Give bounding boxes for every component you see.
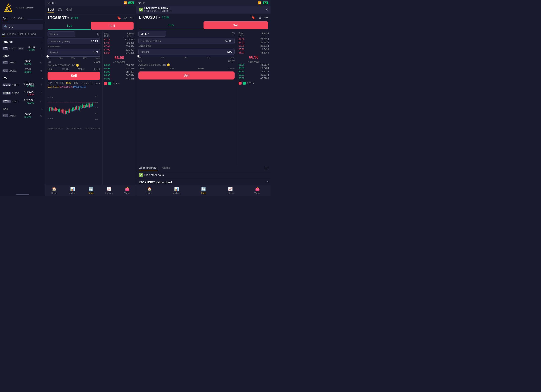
right-nav-markets[interactable]: 📊 Markets (173, 187, 180, 194)
right-nav-home[interactable]: 🏠 Home (147, 187, 152, 194)
right-nav-futures[interactable]: 📈 Futures (227, 187, 234, 194)
mid-ma10: MA(10):66.76 (60, 86, 73, 88)
right-bookmark-icon[interactable]: 🔖 (251, 16, 255, 20)
mid-slider-thumb[interactable] (47, 55, 49, 57)
mid-pair-arrow[interactable]: ▾ (68, 16, 69, 20)
pair-item-ltc-usdt[interactable]: LTC /USDT 66.98 +0.74% ☆ (0, 58, 45, 67)
spot-section-header[interactable]: Spot › (0, 52, 45, 58)
mid-chart-tab-15m[interactable]: 15m (66, 82, 71, 84)
mid-nav-home[interactable]: 🏠 Home (51, 187, 57, 194)
mid-sell-tab-button[interactable]: Sell (91, 22, 134, 30)
mid-chart-tab-line[interactable]: Line (47, 82, 52, 84)
right-info-icon[interactable]: ⓘ (232, 32, 234, 36)
pair-item-ltcusdt-perp[interactable]: LTC USDT Perp 66.96 +0.55% ☆ (0, 44, 45, 52)
mid-1h-tab[interactable]: 1h (82, 82, 85, 85)
ltc3s-change: -3.12% (23, 94, 34, 96)
perp-star[interactable]: ☆ (40, 47, 43, 50)
right-hide-pairs-check[interactable]: ✅ (139, 173, 143, 177)
right-k-line-toggle[interactable]: ^ (266, 181, 268, 184)
ltc5l-star[interactable]: ☆ (40, 100, 43, 103)
mid-nav-trade[interactable]: 🔄 Trade (88, 187, 94, 194)
mid-nav-futures[interactable]: 📈 Futures (105, 187, 113, 194)
spot-usdc-change: +0.78% (24, 71, 31, 73)
mid-chart-tab-30m[interactable]: 30m (73, 82, 78, 84)
mid-nav-markets[interactable]: 📊 Markets (69, 187, 77, 194)
mid-order-type-select[interactable]: Limit ▾ (47, 31, 75, 37)
right-maker-value: 0.10% (228, 67, 234, 70)
mid-tab-lts[interactable]: LTs (58, 6, 62, 13)
right-pair-name[interactable]: LTC/USDT (139, 15, 157, 20)
mid-sell-confirm-button[interactable]: Sell (47, 72, 100, 80)
mid-limit-order-field[interactable]: Limit Order (USDT) 66.95 (47, 38, 100, 44)
mid-buy-button[interactable]: Buy (48, 22, 91, 30)
filter-lts[interactable]: LTs (25, 32, 29, 36)
filter-all[interactable]: All (2, 32, 5, 36)
mid-chart-tab-1m[interactable]: 1m (55, 82, 58, 84)
right-open-orders-tab[interactable]: Open orders(0) (139, 166, 157, 171)
mid-more-tab[interactable]: ▾ (99, 82, 100, 85)
nav-tab-spot[interactable]: Spot (3, 16, 8, 21)
mid-chart-tab-5m[interactable]: 5m (60, 82, 64, 84)
logo-icon: K (3, 2, 14, 14)
spot-usdt-star[interactable]: ☆ (40, 61, 43, 64)
mid-more-icon[interactable]: ••• (130, 16, 134, 20)
pair-item-ltc3s[interactable]: LTC3S /USDT 2.869729 -3.12% ☆ (0, 89, 45, 97)
search-bar[interactable]: 🔍 (2, 24, 43, 30)
right-slider-track[interactable] (138, 56, 234, 56)
mid-bookmark-icon[interactable]: 🔖 (117, 16, 121, 20)
right-ob-ask-5: 66.97 48.2943 (239, 51, 269, 54)
mid-chart-icon[interactable]: ⚖ (124, 16, 127, 20)
right-pair-arrow[interactable]: ▾ (158, 16, 160, 20)
mid-pair-name[interactable]: LTC/USDT (48, 16, 67, 20)
mid-1w-tab[interactable]: 1w (94, 82, 98, 85)
mid-decimal-value[interactable]: 0.01 (113, 82, 117, 85)
mid-slider-row: 0% 25% 50% 75% 100% (47, 56, 100, 59)
mid-bottom-nav: 🏠 Home 📊 Markets 🔄 Trade 📈 Futures 👛 Wal… (45, 185, 136, 196)
grid-star[interactable]: ☆ (40, 114, 43, 117)
lts-section-header[interactable]: LTs › (0, 75, 45, 81)
spot-usdc-star[interactable]: ☆ (40, 69, 43, 73)
ltc3s-star[interactable]: ☆ (40, 92, 43, 95)
ltc3s-price: 2.869729 (23, 90, 34, 94)
futures-section-header[interactable]: Futures › (0, 38, 45, 44)
mid-1d-tab[interactable]: 1d (90, 82, 93, 85)
right-sell-confirm-button[interactable]: Sell (138, 72, 234, 79)
right-buy-button[interactable]: Buy (139, 21, 203, 29)
right-limit-order-field[interactable]: Limit Order (USDT) 66.95 (138, 38, 234, 44)
right-assets-tab[interactable]: Assets (162, 166, 170, 171)
mid-4h-tab[interactable]: 4h (86, 82, 89, 85)
pair-item-ltc-usdc[interactable]: LTC /USDC 67.01 +0.78% ☆ (0, 67, 45, 75)
mid-amount-field[interactable]: Amount LTC (47, 49, 100, 55)
right-more-icon[interactable]: ••• (264, 16, 268, 20)
notif-close-button[interactable]: ✕ (265, 8, 268, 12)
right-decimal-arrow[interactable]: ▾ (253, 82, 254, 84)
pair-item-ltc5l[interactable]: LTC5L /USDT 0.092937 +1.24% ☆ (0, 97, 45, 105)
mid-decimal-arrow[interactable]: ▾ (118, 82, 120, 85)
right-orders-menu-icon[interactable]: ☰ (265, 166, 268, 171)
mid-tab-spot[interactable]: Spot (47, 6, 54, 13)
right-chart-icon[interactable]: ⚖ (259, 16, 261, 20)
pair-item-ltc3l[interactable]: LTC3L /USDT 0.002784 +0.61% ☆ (0, 81, 45, 89)
ltc3l-star[interactable]: ☆ (40, 83, 43, 87)
nav-tab-grid[interactable]: Grid (18, 16, 23, 21)
right-nav-trade[interactable]: 🔄 Trade (201, 187, 206, 194)
mid-slider-track[interactable] (47, 56, 100, 57)
mid-tab-grid[interactable]: Grid (66, 6, 72, 13)
nav-tab-kg[interactable]: K-G (11, 16, 16, 21)
right-wifi-icon: 📶 (258, 1, 261, 5)
filter-futures[interactable]: Futures (7, 32, 16, 36)
mid-info-icon[interactable]: ⓘ (97, 32, 100, 36)
right-amount-field[interactable]: Amount LTC (138, 49, 234, 55)
right-order-type-select[interactable]: Limit ▾ (138, 31, 166, 37)
grid-section-header[interactable]: Grid › (0, 105, 45, 111)
pair-item-grid-ltc[interactable]: LTC /USDT 66.98 +0.74% ☆ (0, 111, 45, 120)
filter-grid[interactable]: Grid (31, 32, 36, 36)
right-decimal-value[interactable]: 0.01 (247, 82, 251, 84)
right-sell-tab-button[interactable]: Sell (203, 21, 268, 29)
right-nav-wallet[interactable]: 👛 Wallet (255, 187, 260, 194)
filter-spot[interactable]: Spot (18, 32, 23, 36)
ltc3s-usdt: /USDT (12, 92, 19, 94)
mid-nav-wallet[interactable]: 👛 Wallet (125, 187, 130, 194)
right-slider-thumb[interactable] (137, 55, 140, 57)
search-input[interactable] (9, 25, 41, 28)
